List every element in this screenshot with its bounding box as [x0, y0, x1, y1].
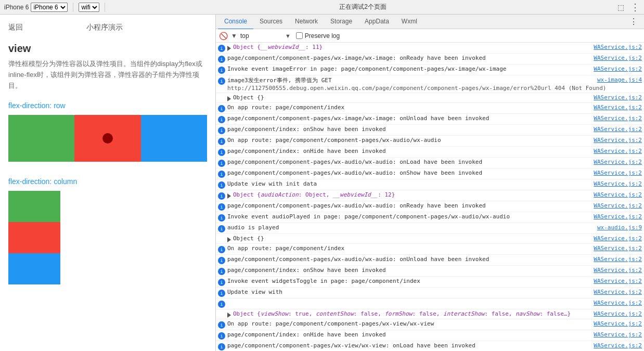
debug-status: 正在调试2个页面: [110, 3, 615, 11]
log-source[interactable]: WAService.js:2: [594, 126, 642, 133]
expand-icon[interactable]: [227, 46, 231, 51]
log-source[interactable]: WAService.js:2: [594, 267, 642, 274]
flex-col-green: [8, 191, 60, 222]
expand-icon[interactable]: [227, 96, 231, 101]
log-source[interactable]: WAService.js:2: [594, 159, 642, 165]
log-source[interactable]: WAService.js:2: [594, 245, 642, 252]
log-entry: i On app route: page/component/component…: [216, 136, 644, 147]
filter-icon: ▼: [231, 32, 237, 40]
log-source[interactable]: WAService.js:2: [594, 342, 642, 349]
log-text: page/component/component-pages/wx-image/…: [227, 55, 594, 61]
preserve-log-checkbox[interactable]: [296, 32, 303, 39]
info-icon: i: [218, 225, 225, 232]
info-icon: i: [218, 160, 225, 167]
log-entry: i WAService.js:2: [216, 298, 644, 309]
log-source[interactable]: WAService.js:2: [594, 202, 642, 209]
back-button[interactable]: 返回: [8, 23, 23, 32]
log-source[interactable]: WAService.js:2: [594, 55, 642, 61]
log-source[interactable]: WAService.js:2: [594, 66, 642, 72]
log-text: page/component/component-pages/wx-view/w…: [227, 342, 594, 349]
tab-wxml[interactable]: Wxml: [395, 15, 423, 30]
expand-icon[interactable]: [227, 193, 231, 199]
tab-sources[interactable]: Sources: [253, 15, 289, 30]
log-source[interactable]: WAService.js:2: [594, 300, 642, 306]
console-toolbar: 🚫 ▼ ▼ Preserve log: [216, 29, 644, 43]
main-layout: 返回 小程序演示 view 弹性框模型分为弹性容器以及弹性项目。当组件的disp…: [0, 15, 644, 351]
log-source[interactable]: WAService.js:2: [594, 310, 642, 317]
log-source[interactable]: WAService.js:2: [594, 191, 642, 198]
log-entry: i page/component/component-pages/wx-audi…: [216, 168, 644, 179]
log-source[interactable]: WAService.js:2: [594, 170, 642, 176]
info-icon: i: [218, 116, 225, 123]
log-entry: i page/component/component-pages/wx-view…: [216, 341, 644, 351]
network-select[interactable]: wifi 3G 4G: [79, 3, 99, 12]
log-entry: i On app route: page/component/index WAS…: [216, 103, 644, 114]
filter-dropdown-arrow[interactable]: ▼: [285, 33, 291, 39]
page-title: 小程序演示: [86, 23, 123, 32]
log-source[interactable]: wx-audio.js:9: [597, 224, 642, 231]
info-icon: i: [218, 301, 225, 308]
tab-appdata[interactable]: AppData: [358, 15, 395, 30]
info-icon: i: [218, 246, 225, 253]
log-source[interactable]: WAService.js:2: [594, 278, 642, 284]
log-source[interactable]: WAService.js:2: [594, 235, 642, 242]
tabs-more-icon[interactable]: ⋮: [625, 17, 642, 27]
log-source[interactable]: WAService.js:2: [594, 104, 642, 111]
log-source[interactable]: WAService.js:2: [594, 289, 642, 295]
log-row: i image3发生error事件, 携带值为 GET wx-image.js:…: [218, 76, 642, 85]
info-icon: i: [218, 56, 225, 63]
log-text: Object {__webviewId__: 11}: [233, 44, 594, 50]
info-icon: i: [218, 321, 225, 329]
log-entry: i Invoke event widgetsToggle in page: pa…: [216, 277, 644, 288]
flex-item-red: [74, 115, 140, 162]
filter-input[interactable]: [240, 32, 282, 40]
log-text: page/component/component-pages/wx-audio/…: [227, 170, 594, 176]
info-icon: i: [218, 343, 225, 350]
console-clear-button[interactable]: 🚫: [219, 32, 228, 40]
info-icon: i: [218, 257, 225, 264]
divider2: [105, 3, 105, 12]
log-entry: i On app route: page/component/index WAS…: [216, 244, 644, 255]
more-icon[interactable]: ⋮: [630, 2, 640, 13]
log-entry: i page/component/component-pages/wx-audi…: [216, 255, 644, 266]
log-source[interactable]: WAService.js:2: [594, 256, 642, 263]
flex-col-label: flex-direction: column: [8, 177, 207, 186]
log-source[interactable]: WAService.js:2: [594, 180, 642, 187]
log-source[interactable]: WAService.js:2: [594, 320, 642, 327]
log-extra: http://1127500555.debug.open.weixin.qq.c…: [218, 85, 606, 92]
log-text: audio is played: [227, 224, 597, 231]
flex-col-demo: [8, 191, 60, 284]
console-log[interactable]: i Object {__webviewId__: 11} WAService.j…: [216, 43, 644, 351]
log-source[interactable]: wx-image.js:4: [597, 76, 642, 83]
log-entry: Object {} WAService.js:2: [216, 234, 644, 244]
top-bar: iPhone 6 iPhone 6 iPhone 5 iPhone X wifi…: [0, 0, 644, 15]
log-source[interactable]: WAService.js:2: [594, 331, 642, 338]
log-text: On app route: page/component/component-p…: [227, 137, 594, 144]
section-title: view: [8, 43, 207, 55]
tab-network[interactable]: Network: [289, 15, 324, 30]
log-entry: i page/component/component-pages/wx-imag…: [216, 54, 644, 64]
log-text: Object {}: [233, 94, 594, 101]
log-entry: Object {} WAService.js:2: [216, 93, 644, 103]
flex-item-green: [8, 115, 74, 162]
tab-storage[interactable]: Storage: [324, 15, 358, 30]
devtools-tabs: Console Sources Network Storage AppData …: [216, 15, 644, 29]
log-source[interactable]: WAService.js:2: [594, 148, 642, 154]
device-select[interactable]: iPhone 6 iPhone 5 iPhone X: [31, 3, 68, 12]
log-source[interactable]: WAService.js:2: [594, 44, 642, 50]
log-text: On app route: page/component/component-p…: [227, 320, 594, 327]
log-source[interactable]: WAService.js:2: [594, 115, 642, 122]
log-text: page/component/component-pages/wx-image/…: [227, 115, 594, 122]
log-entry: i page/component/index: onHide have been…: [216, 330, 644, 341]
expand-icon[interactable]: [227, 313, 231, 318]
info-icon: i: [218, 268, 225, 275]
log-source[interactable]: WAService.js:2: [594, 94, 642, 101]
log-source[interactable]: WAService.js:2: [594, 213, 642, 220]
log-entry: i Object {audioAction: Object, __webview…: [216, 190, 644, 201]
cursor-icon[interactable]: ⬚: [617, 3, 624, 11]
log-text: Invoke event audioPlayed in page: page/c…: [227, 213, 594, 220]
flex-col-red: [8, 222, 60, 253]
expand-icon[interactable]: [227, 237, 231, 242]
tab-console[interactable]: Console: [218, 15, 253, 30]
log-source[interactable]: WAService.js:2: [594, 137, 642, 144]
